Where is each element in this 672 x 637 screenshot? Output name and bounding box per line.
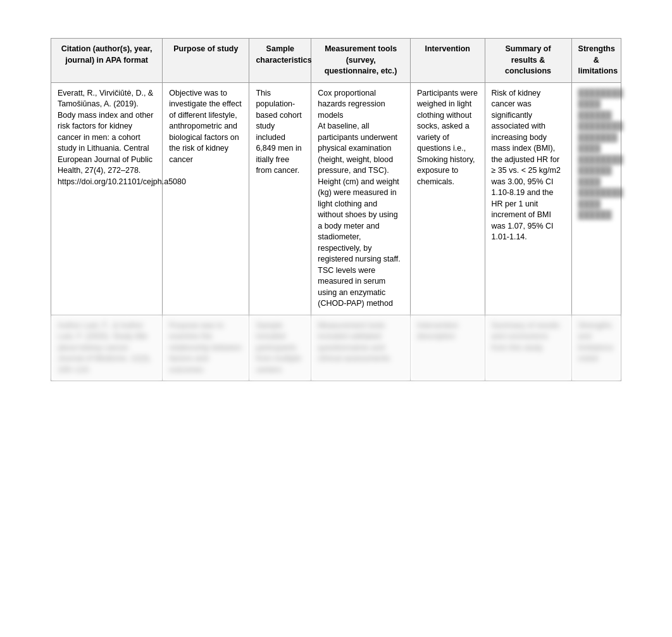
- blurred-strengths-content: ████████ ████ ██████ ████████ ███████ ██…: [578, 89, 623, 220]
- header-intervention: Intervention: [410, 39, 485, 83]
- cell-measurement: Cox proportional hazards regression mode…: [311, 82, 411, 315]
- header-summary: Summary of results & conclusions: [485, 39, 571, 83]
- blurred-cell-summary: Summary of results and conclusions from …: [485, 315, 571, 381]
- cell-intervention: Participants were weighed in light cloth…: [410, 82, 485, 315]
- blurred-cell-intervention: Intervention description: [410, 315, 485, 381]
- cell-summary: Risk of kidney cancer was significantly …: [485, 82, 571, 315]
- cell-purpose: Objective was to investigate the effect …: [163, 82, 249, 315]
- cell-citation: Everatt, R., Virvičiūtė, D., & Tamošiūna…: [51, 82, 163, 315]
- blurred-cell-purpose: Purpose was to examine the relationship …: [163, 315, 249, 381]
- header-citation: Citation (author(s), year, journal) in A…: [51, 39, 163, 83]
- cell-sample: This population-based cohort study inclu…: [249, 82, 311, 315]
- blurred-cell-strengths: Strengths and limitations noted: [571, 315, 621, 381]
- blurred-table-row: Author Last, F., & Author Last, F. (2020…: [51, 315, 621, 381]
- header-strengths: Strengths & limitations: [571, 39, 621, 83]
- blurred-cell-measurement: Measurement tools included validated que…: [311, 315, 411, 381]
- cell-strengths: ████████ ████ ██████ ████████ ███████ ██…: [571, 82, 621, 315]
- blurred-cell-sample: Sample included participants from multip…: [249, 315, 311, 381]
- main-container: Citation (author(s), year, journal) in A…: [0, 0, 672, 407]
- header-measurement: Measurement tools (survey, questionnaire…: [311, 39, 411, 83]
- table-row: Everatt, R., Virvičiūtė, D., & Tamošiūna…: [51, 82, 621, 315]
- research-table: Citation (author(s), year, journal) in A…: [51, 38, 621, 381]
- header-purpose: Purpose of study: [163, 39, 249, 83]
- blurred-cell-citation: Author Last, F., & Author Last, F. (2020…: [51, 315, 163, 381]
- header-sample: Sample characteristics: [249, 39, 311, 83]
- header-row: Citation (author(s), year, journal) in A…: [51, 39, 621, 83]
